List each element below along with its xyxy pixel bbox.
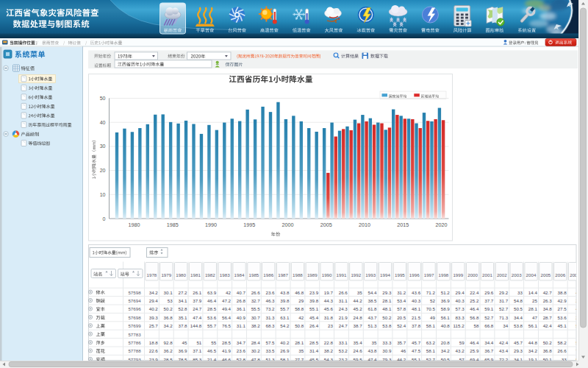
svg-text:30.1: 30.1 <box>164 290 173 295</box>
svg-text:26.9: 26.9 <box>280 348 290 353</box>
svg-text:2005: 2005 <box>320 222 332 228</box>
svg-text:63.1: 63.1 <box>280 315 290 320</box>
svg-text:34.2: 34.2 <box>149 290 159 295</box>
svg-text:42.9: 42.9 <box>558 298 567 303</box>
svg-text:1987: 1987 <box>278 272 288 277</box>
svg-text:37.8: 37.8 <box>412 323 421 328</box>
svg-text:38.2: 38.2 <box>324 348 334 353</box>
svg-text:31.3: 31.3 <box>265 315 275 320</box>
svg-text:58.8: 58.8 <box>295 306 304 311</box>
svg-text:58.9: 58.9 <box>441 306 451 311</box>
svg-text:38.8: 38.8 <box>558 290 567 295</box>
svg-text:1992: 1992 <box>351 272 361 277</box>
svg-text:1997: 1997 <box>424 272 434 277</box>
svg-text:24.8: 24.8 <box>354 315 363 320</box>
svg-text:54.2: 54.2 <box>280 323 290 328</box>
svg-text:44.2: 44.2 <box>354 298 363 303</box>
svg-text:53.6: 53.6 <box>207 315 217 320</box>
svg-text:40.3: 40.3 <box>412 298 421 303</box>
svg-text:50.2: 50.2 <box>543 340 553 345</box>
svg-text:32.7: 32.7 <box>251 298 261 303</box>
svg-text:29: 29 <box>298 298 304 303</box>
svg-text:28.1: 28.1 <box>295 340 304 345</box>
svg-text:56.1: 56.1 <box>441 315 451 320</box>
svg-text:40: 40 <box>100 120 106 125</box>
svg-text:51.3: 51.3 <box>368 323 377 328</box>
svg-text:48.1: 48.1 <box>412 306 421 311</box>
svg-text:44.3: 44.3 <box>324 298 334 303</box>
svg-text:71.2: 71.2 <box>426 290 436 295</box>
svg-text:0: 0 <box>103 216 106 222</box>
svg-text:1993: 1993 <box>365 272 376 277</box>
svg-text:115.2: 115.2 <box>453 323 465 328</box>
svg-text:34.2: 34.2 <box>528 348 538 353</box>
svg-text:92.8: 92.8 <box>164 340 173 345</box>
svg-text:24.7: 24.7 <box>339 323 348 328</box>
svg-text:30.9: 30.9 <box>382 348 392 353</box>
svg-text:27.2: 27.2 <box>178 290 187 295</box>
svg-text:57694: 57694 <box>128 298 141 303</box>
svg-text:27.5: 27.5 <box>558 306 567 311</box>
svg-text:40.9: 40.9 <box>237 315 246 320</box>
svg-text:34.4: 34.4 <box>484 340 494 345</box>
svg-text:2003: 2003 <box>512 272 522 277</box>
svg-text:46.4: 46.4 <box>470 306 479 311</box>
svg-text:50: 50 <box>100 96 106 101</box>
svg-text:52.7: 52.7 <box>499 306 509 311</box>
svg-text:1999: 1999 <box>453 272 463 277</box>
svg-text:33.3: 33.3 <box>382 340 392 345</box>
svg-text:45.2: 45.2 <box>354 306 363 311</box>
svg-text:63.2: 63.2 <box>426 340 436 345</box>
svg-text:1995: 1995 <box>395 272 405 277</box>
svg-text:31.8: 31.8 <box>324 315 334 320</box>
svg-text:53.6: 53.6 <box>558 315 567 320</box>
svg-text:35.7: 35.7 <box>397 340 406 345</box>
svg-text:36.9: 36.9 <box>441 298 451 303</box>
svg-text:40.7: 40.7 <box>237 290 246 295</box>
svg-text:24.6: 24.6 <box>354 348 363 353</box>
svg-text:29.4: 29.4 <box>456 290 465 295</box>
svg-text:45.7: 45.7 <box>412 340 421 345</box>
svg-text:28.1: 28.1 <box>382 298 392 303</box>
svg-text:1995: 1995 <box>243 222 255 228</box>
svg-text:53.8: 53.8 <box>382 323 392 328</box>
svg-text:52.7: 52.7 <box>484 315 494 320</box>
svg-text:36.7: 36.7 <box>484 348 494 353</box>
svg-text:46.8: 46.8 <box>295 290 304 295</box>
svg-text:45.4: 45.4 <box>309 315 319 320</box>
svg-text:59: 59 <box>459 340 465 345</box>
svg-text:83.3: 83.3 <box>456 315 465 320</box>
svg-text:2001: 2001 <box>482 272 492 277</box>
svg-text:53.4: 53.4 <box>397 298 406 303</box>
svg-text:23.6: 23.6 <box>237 348 246 353</box>
svg-text:26.6: 26.6 <box>251 290 261 295</box>
svg-text:2000: 2000 <box>467 272 478 277</box>
svg-text:24.7: 24.7 <box>193 306 202 311</box>
svg-text:2020: 2020 <box>436 222 448 228</box>
svg-text:10: 10 <box>100 192 106 197</box>
svg-text:25.9: 25.9 <box>470 348 479 353</box>
svg-text:50.2: 50.2 <box>382 315 392 320</box>
svg-text:2015: 2015 <box>397 222 409 228</box>
svg-text:37.7: 37.7 <box>484 298 494 303</box>
svg-text:55.5: 55.5 <box>251 306 261 311</box>
svg-text:40.2: 40.2 <box>149 306 159 311</box>
svg-text:58.1: 58.1 <box>426 323 436 328</box>
svg-text:42: 42 <box>226 290 231 295</box>
svg-text:33.5: 33.5 <box>265 348 275 353</box>
svg-text:35: 35 <box>372 340 377 345</box>
svg-text:58.1: 58.1 <box>426 348 436 353</box>
svg-text:30.7: 30.7 <box>251 315 261 320</box>
svg-text:48.1: 48.1 <box>382 306 392 311</box>
svg-text:53.8: 53.8 <box>514 323 523 328</box>
svg-text:37.8: 37.8 <box>178 323 187 328</box>
svg-text:1986: 1986 <box>263 272 273 277</box>
svg-text:30: 30 <box>100 144 106 149</box>
svg-text:66.8: 66.8 <box>484 323 494 328</box>
svg-text:28.1: 28.1 <box>528 306 538 311</box>
svg-text:1989: 1989 <box>307 272 318 277</box>
svg-text:26.6: 26.6 <box>339 290 348 295</box>
svg-text:47.5: 47.5 <box>412 348 421 353</box>
svg-text:1985: 1985 <box>167 222 179 228</box>
svg-text:68.3: 68.3 <box>265 323 275 328</box>
